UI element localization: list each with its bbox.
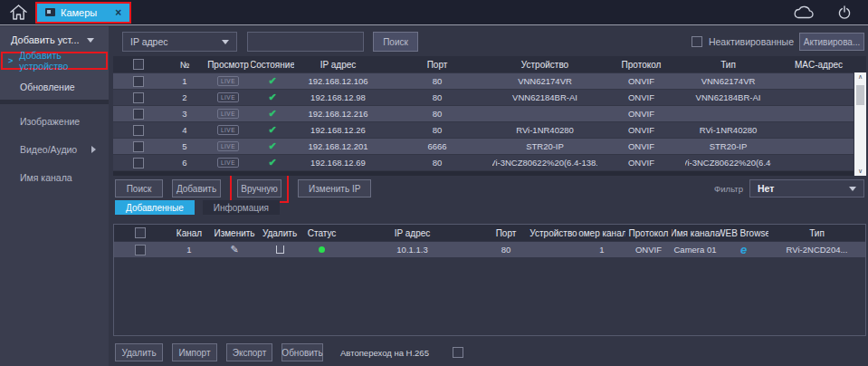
live-button[interactable]: LIVE	[217, 125, 239, 135]
scrollbar-thumb[interactable]	[856, 85, 864, 105]
row-checkbox[interactable]	[133, 109, 144, 120]
device-device: STR20-IP	[492, 141, 597, 151]
added-row[interactable]: 1✎10.1.1.3801ONVIFCamera 01eRVi-2NCD204.…	[114, 242, 865, 257]
browser-icon[interactable]: e	[740, 243, 747, 256]
chevron-down-icon	[87, 38, 94, 43]
status-cell: ✔	[251, 157, 294, 169]
import-button[interactable]: Импорт	[172, 343, 217, 361]
added-table-header: КаналИзменитьУдалитьСтатусIP адресПортУс…	[114, 225, 865, 241]
device-row[interactable]: 4LIVE✔192.168.12.2680RVi-1NR40280ONVIFRV…	[113, 122, 854, 138]
column-header: IP адрес	[294, 60, 382, 70]
row-checkbox[interactable]	[133, 141, 144, 152]
column-header: Номер канала	[578, 228, 625, 238]
device-ip: 192.168.12.106	[294, 76, 382, 86]
status-ok-icon: ✔	[268, 157, 276, 169]
actions-row: Поиск Добавить Вручную Изменить IP Фильт…	[115, 178, 866, 198]
bottom-row: Удалить Импорт Экспорт Обновить Автопере…	[115, 343, 866, 361]
filter-dropdown[interactable]: Нет	[749, 179, 864, 197]
sidebar-item-channel-name[interactable]: Имя канала	[0, 169, 109, 185]
select-all-checkbox[interactable]	[133, 59, 144, 70]
device-protocol: ONVIF	[597, 141, 685, 151]
tab-cameras[interactable]: Камеры ×	[37, 4, 129, 22]
tab-added[interactable]: Добавленные	[115, 200, 195, 215]
column-header: Имя канала	[672, 228, 719, 238]
device-table-header: №ПросмотрСостояниеIP адресПортУстройство…	[113, 56, 866, 72]
live-button[interactable]: LIVE	[217, 141, 239, 151]
live-button[interactable]: LIVE	[217, 76, 239, 86]
activate-button[interactable]: Активирова...	[799, 33, 864, 51]
web-browse-cell: e	[719, 243, 768, 256]
device-number: 6	[164, 158, 205, 168]
modify-ip-button[interactable]: Изменить IP	[298, 179, 371, 197]
row-checkbox[interactable]	[133, 125, 144, 136]
device-row[interactable]: 2LIVE✔192.168.12.9880VNN62184BR-AIONVIFV…	[113, 90, 854, 105]
delete-button[interactable]: Удалить	[115, 343, 163, 361]
sidebar-item-label: Видео/Аудио	[20, 144, 77, 155]
trash-icon[interactable]	[276, 246, 284, 254]
scroll-down-icon[interactable]: ∨	[858, 168, 863, 175]
home-button[interactable]	[5, 2, 31, 24]
device-number: 4	[164, 125, 205, 135]
tab-information[interactable]: Информация	[203, 200, 280, 215]
search-field-dropdown[interactable]: IP адрес	[122, 32, 237, 52]
sidebar-item-image[interactable]: Изображение	[0, 113, 109, 129]
row-checkbox[interactable]	[135, 245, 146, 255]
sidebar-item-label: Изображение	[20, 116, 80, 127]
preview-cell: LIVE	[205, 125, 251, 135]
chevron-right-icon	[91, 146, 96, 153]
edit-icon[interactable]: ✎	[230, 244, 238, 255]
sidebar-item-add-device[interactable]: > Добавить устройство	[3, 53, 106, 68]
device-row[interactable]: 5LIVE✔192.168.12.2016666STR20-IPONVIFSTR…	[113, 139, 854, 154]
search-input[interactable]	[247, 32, 364, 52]
add-button[interactable]: Добавить	[172, 179, 221, 197]
live-button[interactable]: LIVE	[217, 109, 239, 119]
device-protocol: ONVIF	[597, 76, 685, 86]
device-row[interactable]: 3LIVE✔192.168.12.21680ONVIF	[113, 106, 854, 121]
device-ip: 192.168.12.201	[294, 141, 382, 151]
live-button[interactable]: LIVE	[217, 92, 239, 102]
filter-label: Фильтр	[714, 184, 743, 194]
search-devices-button[interactable]: Поиск	[115, 179, 163, 197]
cloud-icon[interactable]	[792, 5, 816, 19]
delete-cell	[257, 246, 302, 254]
device-number: 2	[164, 92, 205, 102]
inactive-checkbox[interactable]	[692, 36, 702, 47]
row-checkbox-cell	[113, 141, 164, 152]
status-ok-icon: ✔	[268, 92, 276, 103]
row-checkbox-cell	[113, 158, 164, 169]
close-icon[interactable]: ×	[115, 6, 121, 19]
annotation-box-manual: Вручную	[230, 174, 289, 203]
device-row[interactable]: 6LIVE✔192.168.12.6980RVi-3NCZ80622%20(6.…	[113, 155, 854, 170]
refresh-button[interactable]: Обновить	[281, 343, 323, 361]
manual-button[interactable]: Вручную	[237, 179, 281, 197]
column-header: Удалить	[257, 228, 302, 238]
sidebar-group-header[interactable]: Добавить уст...	[0, 26, 109, 50]
annotation-box-tab: Камеры ×	[35, 2, 131, 24]
row-checkbox[interactable]	[133, 76, 144, 87]
power-icon[interactable]	[837, 5, 852, 20]
column-header: MAC-адрес	[771, 60, 866, 70]
auto-h265-checkbox[interactable]	[453, 347, 463, 358]
scrollbar[interactable]: ∧ ∨	[854, 72, 866, 176]
filter-group: Фильтр Нет	[714, 179, 866, 197]
live-button[interactable]: LIVE	[217, 158, 239, 168]
select-all-checkbox[interactable]	[135, 227, 146, 238]
device-port: 80	[382, 109, 492, 119]
sidebar-item-update[interactable]: Обновление	[0, 79, 109, 94]
device-row[interactable]: 1LIVE✔192.168.12.10680VNN62174VRONVIFVNN…	[113, 73, 854, 89]
export-button[interactable]: Экспорт	[226, 343, 272, 361]
column-header: Изменить	[212, 228, 257, 238]
row-checkbox[interactable]	[133, 158, 144, 169]
device-port: 80	[382, 76, 492, 86]
added-protocol: ONVIF	[625, 245, 672, 255]
column-header: Протокол	[625, 228, 672, 238]
row-checkbox[interactable]	[133, 92, 144, 103]
scroll-up-icon[interactable]: ∧	[858, 73, 863, 81]
column-header: Канал	[167, 228, 212, 238]
search-button[interactable]: Поиск	[373, 32, 418, 52]
device-ip: 192.168.12.98	[294, 92, 382, 102]
row-checkbox-cell	[114, 245, 167, 255]
device-type: STR20-IP	[685, 141, 771, 151]
sidebar-item-video-audio[interactable]: Видео/Аудио	[0, 141, 109, 157]
device-device: VNN62184BR-AI	[492, 92, 597, 102]
